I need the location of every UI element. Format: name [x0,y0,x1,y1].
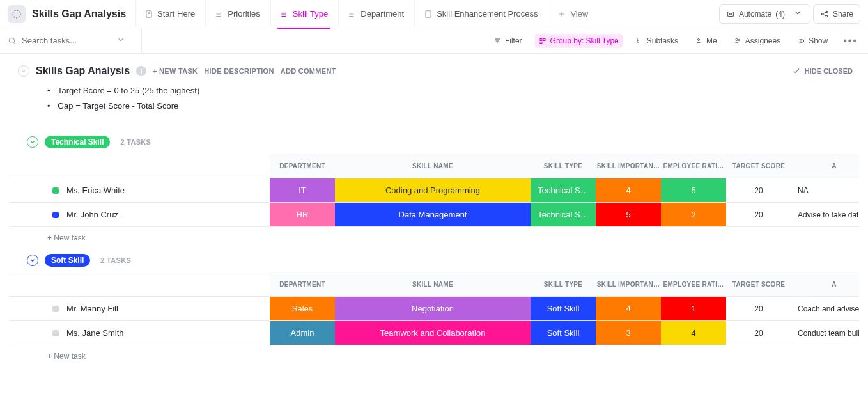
tab-add-view[interactable]: View [548,0,597,28]
task-table: DEPARTMENT SKILL NAME SKILL TYPE SKILL I… [9,154,859,227]
cell-skill-type[interactable]: Soft Skill [531,297,596,320]
svg-rect-3 [727,12,733,16]
me-button[interactable]: Me [691,34,721,48]
group-collapse-icon[interactable] [27,136,38,148]
filter-bar: Filter Group by: Skill Type Subtasks Me … [0,28,868,54]
cell-target-score[interactable]: 20 [726,203,791,226]
group-collapse-icon[interactable] [27,255,38,266]
cell-skill-importance[interactable]: 5 [596,203,661,226]
automate-button[interactable]: Automate (4) [719,4,810,24]
cell-skill-name[interactable]: Coding and Programming [335,178,531,202]
cell-skill-name[interactable]: Negotiation [335,297,531,320]
more-button[interactable]: ••• [841,35,860,47]
chevron-down-icon[interactable] [116,35,125,46]
col-skill-name: SKILL NAME [335,154,531,178]
group-by-button[interactable]: Group by: Skill Type [535,34,623,48]
col-skill-importance: SKILL IMPORTAN… [596,272,661,296]
share-label: Share [833,10,853,19]
collapse-icon[interactable] [18,65,29,77]
tab-priorities[interactable]: Priorities [205,0,269,28]
cell-skill-type[interactable]: Technical S… [531,203,596,226]
cell-skill-importance[interactable]: 4 [596,297,661,320]
cell-department[interactable]: Sales [270,297,335,320]
col-target-score: TARGET SCORE [726,272,791,296]
svg-rect-2 [426,10,431,17]
col-department: DEPARTMENT [270,272,335,296]
status-dot [52,330,59,336]
col-skill-type: SKILL TYPE [531,272,596,296]
svg-rect-11 [543,38,545,40]
top-bar: Skills Gap Analysis Start Here Prioritie… [0,0,868,28]
assignees-label: Assignees [745,36,780,45]
svg-point-8 [826,15,827,17]
filter-button[interactable]: Filter [490,34,526,48]
cell-name: Mr. John Cruz [9,203,270,226]
cell-skill-name[interactable]: Teamwork and Collaboration [335,321,531,345]
cell-employee-rating[interactable]: 2 [661,203,726,226]
cell-skill-name[interactable]: Data Management [335,203,531,226]
share-button[interactable]: Share [813,4,860,24]
new-task-button[interactable]: + NEW TASK [153,67,198,75]
cell-skill-importance[interactable]: 3 [596,321,661,345]
col-name [9,154,270,178]
group-pill[interactable]: Soft Skill [45,254,90,267]
tab-department[interactable]: Department [338,0,413,28]
list-header: Skills Gap Analysis i + NEW TASK HIDE DE… [9,65,859,77]
table-row[interactable]: Ms. Erica White IT Coding and Programmin… [9,178,859,203]
tab-label: Start Here [157,9,195,19]
task-group: Technical Skill 2 TASKS DEPARTMENT SKILL… [9,136,859,242]
subtasks-button[interactable]: Subtasks [632,34,682,48]
new-task-button[interactable]: + New task [9,345,859,361]
table-row[interactable]: Mr. Manny Fill Sales Negotiation Soft Sk… [9,297,859,321]
group-pill[interactable]: Technical Skill [45,136,110,148]
cell-action[interactable]: Coach and advise to take [791,297,859,320]
search-input[interactable] [22,36,111,45]
cell-skill-importance[interactable]: 4 [596,178,661,202]
tab-enhancement[interactable]: Skill Enhancement Process [414,0,546,28]
svg-point-4 [729,13,730,15]
cell-skill-type[interactable]: Soft Skill [531,321,596,345]
assignees-button[interactable]: Assignees [730,34,784,48]
cell-target-score[interactable]: 20 [726,297,791,320]
cell-department[interactable]: HR [270,203,335,226]
hide-closed-button[interactable]: HIDE CLOSED [792,67,859,75]
cell-skill-type[interactable]: Technical S… [531,178,596,202]
task-name: Mr. John Cruz [66,210,118,219]
cell-target-score[interactable]: 20 [726,178,791,202]
description-line: Target Score = 0 to 25 (25 the highest) [47,83,859,99]
chevron-down-icon [789,8,806,19]
hide-description-button[interactable]: HIDE DESCRIPTION [204,67,274,75]
tab-skill-type[interactable]: Skill Type [270,0,337,28]
svg-point-16 [800,40,802,42]
svg-point-15 [738,39,740,41]
cell-employee-rating[interactable]: 5 [661,178,726,202]
col-action: A [791,272,859,296]
task-name: Mr. Manny Fill [66,304,118,313]
col-skill-name: SKILL NAME [335,272,531,296]
cell-action[interactable]: Advise to take data mana [791,203,859,226]
cell-action[interactable]: NA [791,178,859,202]
cell-target-score[interactable]: 20 [726,321,791,345]
svg-rect-12 [540,42,542,43]
col-action: A [791,154,859,178]
page-title: Skills Gap Analysis [28,8,132,20]
cell-employee-rating[interactable]: 4 [661,321,726,345]
group-count: 2 TASKS [120,138,151,146]
svg-point-14 [736,38,738,40]
new-task-button[interactable]: + New task [9,227,859,242]
add-comment-button[interactable]: ADD COMMENT [281,67,336,75]
cell-department[interactable]: Admin [270,321,335,345]
show-button[interactable]: Show [793,34,832,48]
cell-department[interactable]: IT [270,178,335,202]
tab-label: Skill Type [293,9,328,19]
info-icon[interactable]: i [136,66,146,76]
tab-start-here[interactable]: Start Here [135,0,204,28]
table-row[interactable]: Mr. John Cruz HR Data Management Technic… [9,203,859,227]
table-header-row: DEPARTMENT SKILL NAME SKILL TYPE SKILL I… [9,272,859,297]
cell-name: Ms. Jane Smith [9,321,270,345]
tab-label: View [570,9,588,19]
cell-employee-rating[interactable]: 1 [661,297,726,320]
cell-action[interactable]: Conduct team building ac [791,321,859,345]
main-content: Skills Gap Analysis i + NEW TASK HIDE DE… [0,54,868,380]
table-row[interactable]: Ms. Jane Smith Admin Teamwork and Collab… [9,321,859,345]
